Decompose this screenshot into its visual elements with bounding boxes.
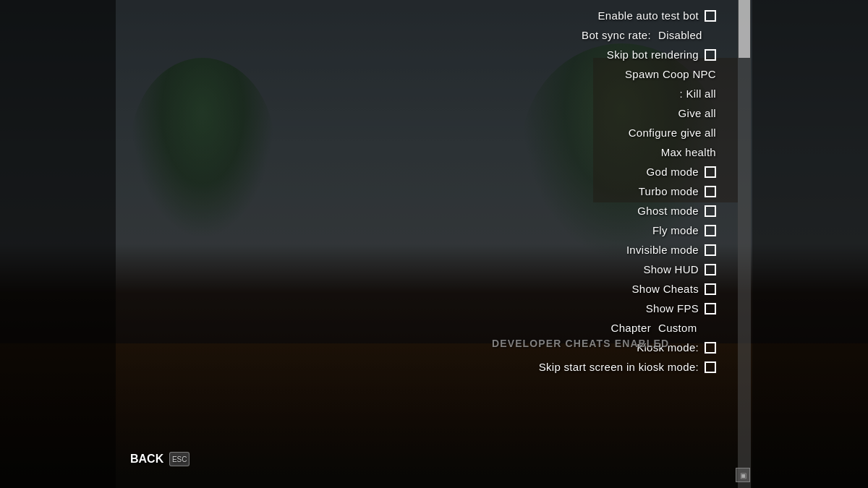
corner-icon: ▣ — [736, 468, 750, 482]
checkbox-show-hud[interactable] — [705, 264, 716, 275]
menu-item-max-health[interactable]: Max health — [116, 142, 716, 162]
menu-item-label-show-fps: Show FPS — [646, 302, 699, 314]
scrollbar[interactable] — [738, 0, 751, 488]
menu-item-kill-all[interactable]: : Kill all — [116, 84, 716, 103]
menu-item-turbo-mode[interactable]: Turbo mode — [116, 181, 716, 201]
checkbox-turbo-mode[interactable] — [705, 186, 716, 197]
menu-item-label-bot-sync-rate: Bot sync rate: — [582, 29, 651, 41]
menu-item-enable-auto-test-bot[interactable]: Enable auto test bot — [116, 6, 716, 25]
menu-item-label-chapter: Chapter — [611, 322, 651, 334]
menu-item-give-all[interactable]: Give all — [116, 103, 716, 123]
value-bot-sync-rate: Disabled — [658, 29, 716, 41]
back-button[interactable]: BACK ESC — [130, 452, 190, 466]
checkbox-enable-auto-test-bot[interactable] — [705, 10, 716, 22]
menu-item-label-spawn-coop-npc: Spawn Coop NPC — [625, 68, 716, 80]
menu-item-label-turbo-mode: Turbo mode — [639, 185, 699, 197]
value-chapter: Custom — [658, 322, 716, 334]
checkbox-ghost-mode[interactable] — [705, 205, 716, 217]
menu-item-god-mode[interactable]: God mode — [116, 162, 716, 181]
menu-item-bot-sync-rate[interactable]: Bot sync rate:Disabled — [116, 25, 716, 45]
checkbox-fly-mode[interactable] — [705, 225, 716, 236]
menu-item-show-hud[interactable]: Show HUD — [116, 260, 716, 279]
menu-item-label-max-health: Max health — [661, 146, 716, 158]
menu-item-label-kill-all: : Kill all — [679, 87, 716, 100]
menu-item-label-skip-bot-rendering: Skip bot rendering — [607, 48, 699, 61]
menu-item-spawn-coop-npc[interactable]: Spawn Coop NPC — [116, 64, 716, 84]
dev-cheats-banner: DEVELOPER CHEATS ENABLED — [492, 338, 669, 349]
checkbox-god-mode[interactable] — [705, 166, 716, 178]
menu-item-label-show-cheats: Show Cheats — [631, 283, 699, 295]
scrollbar-thumb[interactable] — [739, 0, 750, 58]
checkbox-show-cheats[interactable] — [705, 283, 716, 295]
checkbox-skip-bot-rendering[interactable] — [705, 49, 716, 61]
menu-item-label-invisible-mode: Invisible mode — [626, 244, 699, 256]
menu-item-label-skip-start-screen: Skip start screen in kiosk mode: — [539, 361, 699, 373]
menu-item-skip-start-screen[interactable]: Skip start screen in kiosk mode: — [116, 357, 716, 377]
menu-item-skip-bot-rendering[interactable]: Skip bot rendering — [116, 45, 716, 64]
menu-item-label-configure-give-all: Configure give all — [629, 127, 716, 139]
right-panel — [752, 0, 868, 488]
checkbox-kiosk-mode[interactable] — [705, 342, 716, 354]
back-key-badge: ESC — [169, 452, 190, 466]
back-label: BACK — [130, 453, 163, 466]
menu-item-label-fly-mode: Fly mode — [652, 224, 699, 236]
menu-item-configure-give-all[interactable]: Configure give all — [116, 123, 716, 142]
menu-container: Enable auto test botBot sync rate:Disabl… — [116, 0, 738, 488]
menu-item-chapter[interactable]: ChapterCustom — [116, 318, 716, 338]
menu-item-show-cheats[interactable]: Show Cheats — [116, 279, 716, 299]
menu-item-fly-mode[interactable]: Fly mode — [116, 221, 716, 240]
menu-item-show-fps[interactable]: Show FPS — [116, 299, 716, 318]
menu-item-ghost-mode[interactable]: Ghost mode — [116, 201, 716, 221]
menu-item-label-enable-auto-test-bot: Enable auto test bot — [598, 9, 699, 22]
checkbox-skip-start-screen[interactable] — [705, 361, 716, 373]
menu-item-label-god-mode: God mode — [647, 166, 699, 178]
menu-item-invisible-mode[interactable]: Invisible mode — [116, 240, 716, 260]
menu-item-label-show-hud: Show HUD — [643, 263, 699, 275]
menu-item-label-give-all: Give all — [678, 107, 716, 119]
left-panel — [0, 0, 116, 488]
checkbox-invisible-mode[interactable] — [705, 244, 716, 256]
menu-item-label-ghost-mode: Ghost mode — [637, 205, 699, 217]
checkbox-show-fps[interactable] — [705, 303, 716, 314]
